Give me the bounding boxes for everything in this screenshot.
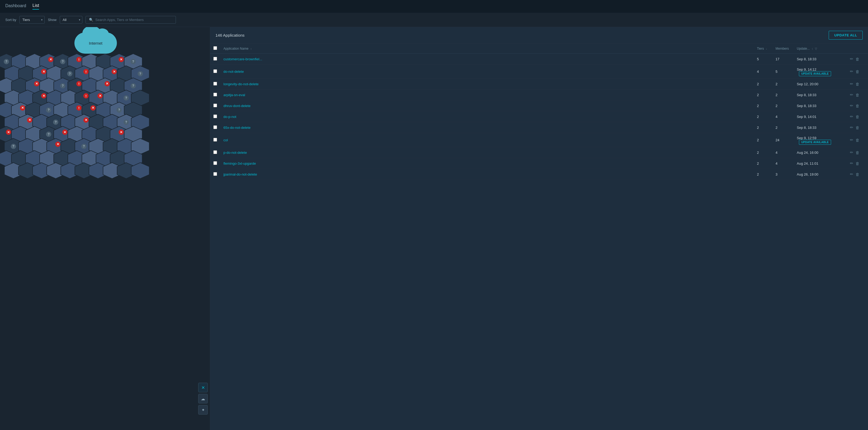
close-icon-btn[interactable]: ✕ — [198, 383, 208, 392]
edit-icon[interactable]: ✏ — [850, 103, 854, 108]
members-cell: 4 — [772, 147, 794, 158]
edit-icon[interactable]: ✏ — [850, 57, 854, 61]
settings-icon-btn[interactable]: ✦ — [198, 405, 208, 415]
update-date: Aug 24, 11:01 — [797, 162, 818, 165]
app-name-link[interactable]: flemingo-3xl-upgarde — [223, 162, 256, 165]
hex-grid: ?✕?!✕?✕?!✕?✕?!✕?✕!✕?✕?!✕?✕?✕?✕?✕✕?✕? — [0, 51, 205, 224]
tiers-cell: 2 — [754, 100, 772, 111]
svg-text:✕: ✕ — [28, 118, 31, 122]
members-cell: 2 — [772, 100, 794, 111]
row-checkbox[interactable] — [213, 104, 217, 107]
show-select[interactable]: All Active Inactive — [60, 16, 82, 24]
select-all-checkbox[interactable] — [213, 46, 217, 50]
svg-text:?: ? — [69, 72, 71, 76]
delete-icon[interactable]: 🗑 — [856, 125, 860, 130]
row-checkbox[interactable] — [213, 69, 217, 73]
edit-icon[interactable]: ✏ — [850, 81, 854, 86]
edit-icon[interactable]: ✏ — [850, 138, 854, 142]
edit-icon[interactable]: ✏ — [850, 161, 854, 166]
cloud-icon-btn[interactable]: ☁ — [198, 394, 208, 403]
edit-icon[interactable]: ✏ — [850, 69, 854, 74]
table-row: p-do-not-delete 2 4 Aug 24, 16:00 ✏ 🗑 — [210, 147, 868, 158]
app-name-link[interactable]: customercare-brownfiel... — [223, 57, 262, 61]
row-checkbox[interactable] — [213, 82, 217, 86]
row-checkbox[interactable] — [213, 125, 217, 129]
nav-list[interactable]: List — [32, 3, 39, 9]
table-row: jparimal-do-not-delete 2 3 Aug 26, 19:00… — [210, 169, 868, 180]
show-label: Show — [48, 18, 57, 22]
delete-icon[interactable]: 🗑 — [856, 161, 860, 166]
app-name-link[interactable]: do-not-delete — [223, 70, 244, 73]
app-name-link[interactable]: do-p-not — [223, 115, 236, 119]
search-icon: 🔍 — [89, 18, 93, 22]
update-filter-icon[interactable]: ▽ — [815, 47, 817, 51]
app-name-link[interactable]: col — [223, 138, 228, 142]
tiers-cell: 2 — [754, 90, 772, 100]
app-name-link[interactable]: longevity-do-not-delete — [223, 82, 258, 86]
delete-icon[interactable]: 🗑 — [856, 138, 860, 142]
table-row: do-p-not 2 4 Sep 9, 14:01 ✏ 🗑 — [210, 111, 868, 122]
svg-text:!: ! — [86, 70, 87, 74]
row-checkbox-cell — [210, 122, 220, 133]
svg-text:?: ? — [62, 84, 63, 88]
edit-icon[interactable]: ✏ — [850, 150, 854, 155]
tiers-cell: 2 — [754, 133, 772, 147]
edit-icon[interactable]: ✏ — [850, 92, 854, 97]
edit-icon[interactable]: ✏ — [850, 114, 854, 119]
svg-text:?: ? — [139, 72, 141, 76]
update-all-button[interactable]: UPDATE ALL — [829, 31, 863, 40]
sort-select[interactable]: Tiers Name Members — [20, 16, 44, 24]
table-row: flemingo-3xl-upgarde 2 4 Aug 24, 11:01 ✏… — [210, 158, 868, 169]
app-name-cell: dhruv-dont-delete — [220, 100, 754, 111]
row-checkbox[interactable] — [213, 57, 217, 61]
actions-cell: ✏ 🗑 — [847, 111, 868, 122]
delete-icon[interactable]: 🗑 — [856, 57, 860, 61]
actions-cell: ✏ 🗑 — [847, 78, 868, 90]
delete-icon[interactable]: 🗑 — [856, 69, 860, 74]
th-members[interactable]: Members — [772, 43, 794, 54]
actions-cell: ✏ 🗑 — [847, 169, 868, 180]
row-checkbox[interactable] — [213, 93, 217, 96]
update-available-badge[interactable]: UPDATE AVAILABLE — [799, 71, 831, 76]
app-name-link[interactable]: 65x-do-not-delete — [223, 126, 251, 130]
row-checkbox[interactable] — [213, 161, 217, 165]
app-name-link[interactable]: jparimal-do-not-delete — [223, 172, 257, 176]
search-input[interactable] — [95, 18, 173, 22]
edit-icon[interactable]: ✏ — [850, 125, 854, 130]
row-checkbox[interactable] — [213, 172, 217, 176]
update-date: Aug 24, 16:00 — [797, 151, 818, 155]
app-name-link[interactable]: arpitja-sn-eval — [223, 93, 245, 97]
row-checkbox[interactable] — [213, 138, 217, 141]
app-name-link[interactable]: p-do-not-delete — [223, 151, 247, 155]
delete-icon[interactable]: 🗑 — [856, 150, 860, 155]
update-date: Sep 8, 18:33 — [797, 126, 816, 130]
actions-cell: ✏ 🗑 — [847, 158, 868, 169]
search-bar: 🔍 — [86, 16, 176, 24]
app-name-cell: customercare-brownfiel... — [220, 54, 754, 65]
update-date: Sep 8, 18:33 — [797, 104, 816, 108]
members-cell: 5 — [772, 65, 794, 78]
th-tiers[interactable]: Tiers ↓ — [754, 43, 772, 54]
nav-dashboard[interactable]: Dashboard — [5, 3, 26, 9]
svg-text:✕: ✕ — [120, 58, 122, 61]
row-checkbox[interactable] — [213, 114, 217, 118]
th-app-name[interactable]: Application Name ↕ — [220, 43, 754, 54]
update-sort-icon: ↕ — [812, 47, 813, 50]
delete-icon[interactable]: 🗑 — [856, 82, 860, 86]
row-checkbox-cell — [210, 158, 220, 169]
app-name-link[interactable]: dhruv-dont-delete — [223, 104, 251, 108]
update-cell: Aug 24, 16:00 — [794, 147, 847, 158]
edit-icon[interactable]: ✏ — [850, 172, 854, 177]
applications-table-wrapper[interactable]: Application Name ↕ Tiers ↓ Members Updat… — [210, 43, 868, 430]
delete-icon[interactable]: 🗑 — [856, 104, 860, 108]
delete-icon[interactable]: 🗑 — [856, 114, 860, 119]
svg-text:?: ? — [125, 96, 127, 100]
svg-text:?: ? — [12, 144, 14, 148]
row-checkbox[interactable] — [213, 150, 217, 154]
svg-text:!: ! — [79, 58, 80, 62]
svg-text:!: ! — [79, 106, 80, 110]
th-update[interactable]: Update... ↕ ▽ — [794, 43, 847, 54]
delete-icon[interactable]: 🗑 — [856, 172, 860, 177]
update-available-badge[interactable]: UPDATE AVAILABLE — [799, 140, 831, 145]
delete-icon[interactable]: 🗑 — [856, 93, 860, 97]
